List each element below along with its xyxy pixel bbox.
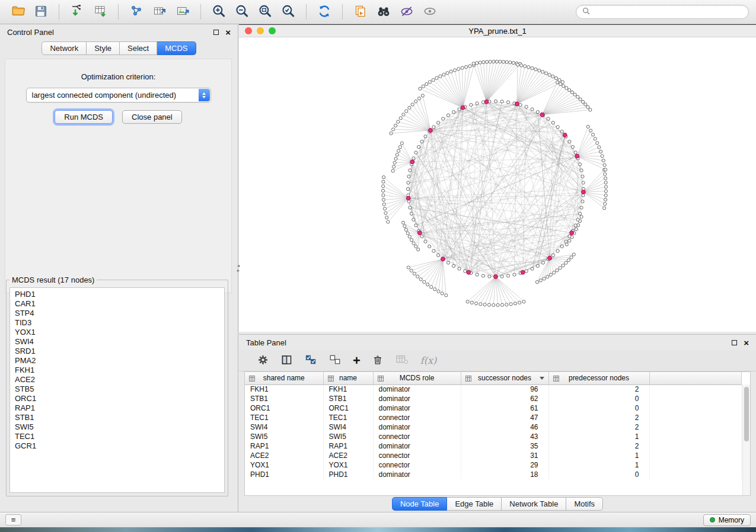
table-row[interactable]: SWI4SWI4dominator462 [245,422,742,432]
memory-button[interactable]: Memory [703,514,751,526]
criterion-dropdown[interactable]: largest connected component (undirected) [26,88,211,102]
zoom-selected-button[interactable] [277,2,299,21]
float-table-panel-button[interactable] [732,340,737,345]
list-item[interactable]: RAP1 [15,403,219,413]
cell-role: dominator [373,422,461,432]
run-mcds-button[interactable]: Run MCDS [55,110,113,124]
table-row[interactable]: SWI5SWI5connector431 [245,432,742,441]
graphics-details-button[interactable] [396,2,417,21]
list-item[interactable]: STB5 [15,384,219,394]
list-item[interactable]: CAR1 [15,299,219,309]
cell-name: FKH1 [323,384,373,394]
show-hide-button[interactable] [419,2,441,21]
window-minimize-icon[interactable] [257,27,264,34]
list-item[interactable]: SRD1 [15,347,219,356]
function-builder-button: f(x) [420,355,436,366]
select-all-button[interactable] [304,354,317,367]
list-item[interactable]: SWI4 [15,337,219,347]
list-item[interactable]: FKH1 [15,366,219,375]
tab-network-table[interactable]: Network Table [502,497,566,511]
window-close-icon[interactable] [245,27,252,34]
export-table-button[interactable] [149,2,170,21]
column-header-shared-name[interactable]: shared name [245,372,323,384]
tab-mcds[interactable]: MCDS [157,41,196,55]
search-input[interactable] [594,7,742,17]
import-network-icon [70,4,84,20]
network-canvas[interactable] [239,37,756,332]
table-row[interactable]: PHD1PHD1dominator180 [245,470,742,479]
tab-node-table[interactable]: Node Table [392,497,448,511]
tab-motifs[interactable]: Motifs [566,497,603,511]
table-row[interactable]: STB1STB1dominator620 [245,394,742,403]
tab-network[interactable]: Network [42,41,87,55]
table-scrollbar[interactable] [742,384,750,495]
table-row[interactable]: TEC1TEC1connector472 [245,413,742,422]
column-header-mcds-role[interactable]: MCDS role [373,372,461,384]
create-column-button[interactable]: + [353,354,361,367]
table-row[interactable]: YOX1YOX1connector291 [245,460,742,470]
import-network-button[interactable] [66,2,88,21]
cell-shared_name: YOX1 [245,460,323,470]
save-session-button[interactable] [30,2,52,21]
status-list-button[interactable]: ≡ [5,514,21,525]
zoom-out-button[interactable] [231,2,253,21]
column-browser-button[interactable] [280,354,293,368]
import-table-button[interactable] [90,2,111,21]
zoom-in-button[interactable] [208,2,229,21]
list-item[interactable]: ACE2 [15,375,219,384]
list-item[interactable]: PHD1 [15,290,219,299]
search-box[interactable] [576,5,749,19]
table-row[interactable]: ACE2ACE2connector311 [245,451,742,460]
chevron-down-icon[interactable] [540,377,544,380]
zoom-fit-button[interactable] [254,2,276,21]
list-item[interactable]: STP4 [15,309,219,318]
table-row[interactable]: RAP1RAP1dominator352 [245,441,742,451]
list-item[interactable]: SWI5 [15,422,219,432]
cell-filler [649,403,742,413]
memory-label: Memory [719,516,744,524]
cell-predecessors: 1 [548,460,649,470]
cell-predecessors: 1 [548,432,649,441]
refresh-button[interactable] [314,2,335,21]
find-button[interactable] [373,2,394,21]
scrollbar-thumb[interactable] [744,387,749,441]
export-image-button[interactable] [172,2,193,21]
export-network-button[interactable] [126,2,147,21]
tab-select[interactable]: Select [120,41,157,55]
delete-column-button[interactable] [372,354,384,368]
tab-edge-table[interactable]: Edge Table [447,497,502,511]
open-file-button[interactable] [7,2,28,21]
network-graph[interactable] [239,37,756,332]
list-item[interactable]: TEC1 [15,432,219,441]
panel-divider-handle[interactable]: ◂▸ [235,262,241,275]
table-row[interactable]: FKH1FKH1dominator962 [245,384,742,394]
table-tabs: Node Table Edge Table Network Table Moti… [239,496,756,512]
mcds-result-list[interactable]: PHD1CAR1STP4TID3YOX1SWI4SRD1PMA2FKH1ACE2… [9,287,225,493]
table-settings-button[interactable] [257,354,269,368]
list-item[interactable]: ORC1 [15,394,219,403]
cell-shared_name: PHD1 [245,470,323,479]
close-table-panel-button[interactable]: × [744,338,749,347]
cell-name: RAP1 [323,441,373,451]
list-item[interactable]: GCR1 [15,441,219,451]
unselect-all-button[interactable] [328,354,342,367]
network-window: YPA_prune.txt_1 [239,24,756,332]
desktop-background [0,527,756,532]
close-panel-button-2[interactable]: Close panel [122,110,182,124]
list-item[interactable]: STB1 [15,413,219,422]
float-panel-button[interactable] [213,30,219,35]
window-zoom-icon[interactable] [269,27,276,34]
clone-network-button[interactable] [350,2,371,21]
tab-style[interactable]: Style [87,41,120,55]
list-item[interactable]: PMA2 [15,356,219,366]
table-row[interactable]: ORC1ORC1dominator610 [245,403,742,413]
column-header-predecessor-nodes[interactable]: predecessor nodes [548,372,649,384]
control-panel-header: Control Panel × [0,24,238,40]
column-header-name[interactable]: name [323,372,373,384]
mcds-result-group: MCDS result (17 nodes) PHD1CAR1STP4TID3Y… [6,275,228,496]
list-item[interactable]: TID3 [15,318,219,328]
list-item[interactable]: YOX1 [15,328,219,337]
close-panel-button[interactable]: × [225,28,231,37]
node-table: shared name name MCDS role successor nod… [244,371,751,496]
column-header-successor-nodes[interactable]: successor nodes [461,372,548,384]
